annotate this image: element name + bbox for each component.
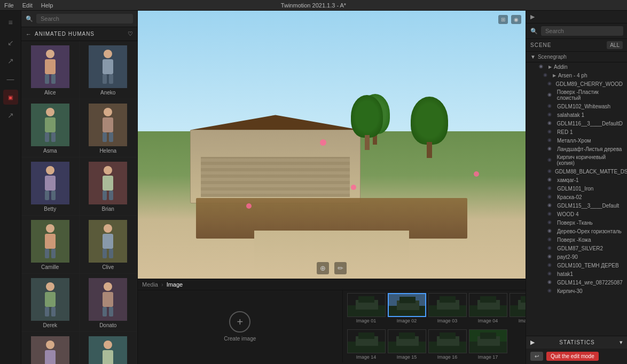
active-icon[interactable]: ▣ <box>3 90 18 105</box>
eye-icon[interactable]: ◉ <box>547 262 554 268</box>
eye-icon[interactable]: ◉ <box>547 185 554 192</box>
eye-icon[interactable]: ◉ <box>547 129 554 135</box>
tree-item[interactable]: ◉GDLM116__3____DefaultD <box>526 119 627 128</box>
tree-item[interactable]: ◉GDLM89_CHERRY_WOOD <box>526 80 627 88</box>
eye-icon[interactable]: ◉ <box>547 92 554 98</box>
filmstrip-item[interactable]: Image 03 <box>428 293 467 323</box>
char-item[interactable]: Dorian <box>21 332 80 364</box>
tree-item[interactable]: ◉Металл-Хром <box>526 136 627 145</box>
eye-icon[interactable]: ◉ <box>543 72 550 78</box>
char-item[interactable]: Clive <box>80 216 138 274</box>
tree-item[interactable]: ◉salahatak 1 <box>526 110 627 119</box>
tree-item[interactable]: ◉RED 1 <box>526 128 627 136</box>
tree-item[interactable]: ◉GDLM115__3____Default <box>526 201 627 210</box>
menu-file[interactable]: File <box>4 2 14 9</box>
tree-item[interactable]: ◉Поверх -Кожа <box>526 235 627 244</box>
tree-item[interactable]: ◉Кирпич коричневый (копия) <box>526 153 627 167</box>
char-item[interactable]: Betty <box>21 157 80 216</box>
eye-icon[interactable]: ◉ <box>547 279 554 286</box>
eye-icon[interactable]: ◉ <box>547 288 554 294</box>
tree-item[interactable]: ◉GDLM102_Whitewash <box>526 102 627 110</box>
edit-mode-button[interactable]: Quit the edit mode <box>546 352 599 361</box>
eye-icon[interactable]: ◉ <box>547 177 554 183</box>
eye-icon[interactable]: ◉ <box>547 211 554 217</box>
arrow-out-icon[interactable]: ↗ <box>3 108 18 123</box>
tree-item[interactable]: ◉Ландшафт-Листья дерева <box>526 145 627 153</box>
char-item[interactable]: Helena <box>80 99 138 157</box>
menu-help[interactable]: Help <box>41 2 53 9</box>
move-btn[interactable]: ⊕ <box>317 262 329 274</box>
nav-image[interactable]: Image <box>167 281 183 288</box>
eye-icon[interactable]: ◉ <box>539 64 545 70</box>
viewport[interactable]: ⊞ ◉ ⊕ ✏ <box>138 11 526 279</box>
eye-view-btn[interactable]: ◉ <box>511 15 521 24</box>
eye-icon[interactable]: ◉ <box>547 146 554 152</box>
undo-button[interactable]: ↩ <box>530 352 543 361</box>
collapse-icon[interactable]: ▼ <box>530 54 536 60</box>
filmstrip-item[interactable]: Image 17 <box>469 329 507 360</box>
filmstrip-item[interactable]: Image 01 <box>347 293 386 323</box>
nav-media[interactable]: Media <box>142 281 158 288</box>
char-item[interactable]: Eason <box>80 332 138 364</box>
minus-icon[interactable]: — <box>3 72 18 86</box>
tree-item[interactable]: ◉GDLM114_wre_087225087 <box>526 278 627 287</box>
eye-icon[interactable]: ◉ <box>547 219 554 226</box>
char-item[interactable]: Aneko <box>80 41 138 99</box>
eye-icon[interactable]: ◉ <box>547 194 554 200</box>
brush-btn[interactable]: ✏ <box>334 262 347 274</box>
filmstrip-item[interactable]: Image 15 <box>388 329 426 360</box>
grid-view-btn[interactable]: ⊞ <box>498 15 508 24</box>
char-item[interactable]: Asma <box>21 99 80 157</box>
eye-icon[interactable]: ◉ <box>547 202 554 209</box>
tree-item[interactable]: ◉Поверх -Ткань <box>526 218 627 227</box>
filmstrip-item[interactable]: Image 02 <box>388 293 426 323</box>
char-item[interactable]: Derek <box>21 274 80 332</box>
tree-item[interactable]: ◉GDLM101_Iron <box>526 184 627 193</box>
tree-item[interactable]: ◉GDLM100_ТЕМН ДЕРЕВ <box>526 261 627 270</box>
back-icon[interactable]: ← <box>26 31 32 37</box>
eye-icon[interactable]: ◉ <box>547 236 554 243</box>
eye-icon[interactable]: ◉ <box>547 103 554 109</box>
tree-item[interactable]: ◉WOOD 4 <box>526 210 627 218</box>
tree-item[interactable]: ◉хамqar-1 <box>526 176 627 184</box>
filmstrip-item[interactable]: Image 04 <box>469 293 507 323</box>
tree-item[interactable]: ◉GDLM87_SILVER2 <box>526 244 627 252</box>
eye-icon[interactable]: ◉ <box>547 157 554 163</box>
char-item[interactable]: Camille <box>21 216 80 274</box>
import-icon[interactable]: ↙ <box>3 35 18 50</box>
tree-item[interactable]: ◉Краска-02 <box>526 193 627 201</box>
heart-icon[interactable]: ♡ <box>128 30 133 37</box>
eye-icon[interactable]: ◉ <box>547 120 554 126</box>
filmstrip-item[interactable]: Image 16 <box>428 329 467 360</box>
hamburger-icon[interactable]: ≡ <box>3 15 18 30</box>
export-icon[interactable]: ↗ <box>3 53 18 68</box>
tree-item[interactable]: ◉▶ Arsen - 4 ph <box>526 71 627 80</box>
eye-icon[interactable]: ◉ <box>547 254 554 260</box>
filmstrip-item[interactable]: Image 14 <box>347 329 386 360</box>
tree-item[interactable]: ◉payt2-90 <box>526 252 627 261</box>
eye-icon[interactable]: ◉ <box>547 245 554 251</box>
search-input[interactable] <box>36 14 133 23</box>
tree-item[interactable]: ◉▶ Addin <box>526 62 627 71</box>
tree-item[interactable]: ◉Дерево-Орех горизонталь <box>526 227 627 235</box>
eye-icon[interactable]: ◉ <box>547 168 552 175</box>
eye-icon[interactable]: ◉ <box>547 112 554 118</box>
eye-icon[interactable]: ◉ <box>547 228 554 234</box>
char-item[interactable]: Alice <box>21 41 80 99</box>
tree-item[interactable]: ◉GDLM88_BLACK_MATTE_DS <box>526 167 627 176</box>
all-button[interactable]: ALL <box>607 41 623 49</box>
stats-header[interactable]: ▶ STATISTICS ▾ <box>526 336 627 349</box>
create-image-btn[interactable]: + <box>229 311 250 333</box>
char-item[interactable]: Brian <box>80 157 138 216</box>
tree-item[interactable]: ◉Кирпич-30 <box>526 287 627 295</box>
tree-item[interactable]: ◉Поверх -Пластик слоистый <box>526 88 627 102</box>
eye-icon[interactable]: ◉ <box>547 137 554 144</box>
eye-icon[interactable]: ◉ <box>547 81 553 87</box>
rp-expand-btn[interactable]: ▶ <box>530 13 535 20</box>
tree-item[interactable]: ◉hatak1 <box>526 270 627 278</box>
char-item[interactable]: Donato <box>80 274 138 332</box>
eye-icon[interactable]: ◉ <box>547 271 554 277</box>
menu-edit[interactable]: Edit <box>22 2 33 9</box>
rp-search-input[interactable] <box>541 26 623 36</box>
filmstrip-item[interactable]: Image 05 <box>510 293 526 323</box>
